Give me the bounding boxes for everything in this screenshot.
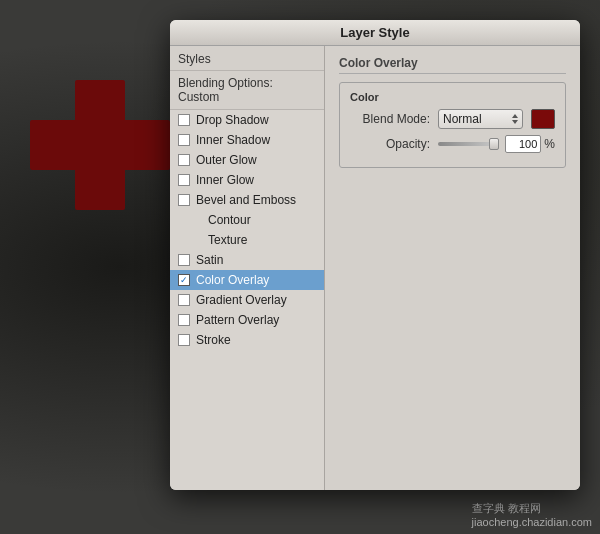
style-item-label-pattern-overlay: Pattern Overlay xyxy=(196,313,279,327)
color-section-label: Color xyxy=(350,91,555,103)
blend-mode-arrows xyxy=(512,114,518,124)
style-item-bevel-emboss[interactable]: Bevel and Emboss xyxy=(170,190,324,210)
opacity-input[interactable] xyxy=(505,135,541,153)
style-item-label-gradient-overlay: Gradient Overlay xyxy=(196,293,287,307)
dialog-body: Styles Blending Options: Custom Drop Sha… xyxy=(170,46,580,490)
style-item-inner-shadow[interactable]: Inner Shadow xyxy=(170,130,324,150)
blend-mode-row: Blend Mode: Normal xyxy=(350,109,555,129)
style-item-label-contour: Contour xyxy=(208,213,251,227)
style-item-label-drop-shadow: Drop Shadow xyxy=(196,113,269,127)
arrow-down-icon xyxy=(512,120,518,124)
style-item-texture[interactable]: Texture xyxy=(170,230,324,250)
opacity-row: Opacity: % xyxy=(350,135,555,153)
style-item-label-satin: Satin xyxy=(196,253,223,267)
checkbox-inner-glow[interactable] xyxy=(178,174,190,186)
style-item-gradient-overlay[interactable]: Gradient Overlay xyxy=(170,290,324,310)
checkbox-stroke[interactable] xyxy=(178,334,190,346)
style-item-drop-shadow[interactable]: Drop Shadow xyxy=(170,110,324,130)
checkbox-satin[interactable] xyxy=(178,254,190,266)
color-overlay-section-title: Color Overlay xyxy=(339,56,566,74)
cross-horizontal xyxy=(30,120,170,170)
checkbox-inner-shadow[interactable] xyxy=(178,134,190,146)
opacity-slider-thumb[interactable] xyxy=(489,138,499,150)
opacity-label: Opacity: xyxy=(350,137,430,151)
checkbox-outer-glow[interactable] xyxy=(178,154,190,166)
opacity-slider-track[interactable] xyxy=(438,142,499,146)
checkbox-bevel-emboss[interactable] xyxy=(178,194,190,206)
blend-mode-value: Normal xyxy=(443,112,482,126)
checkbox-gradient-overlay[interactable] xyxy=(178,294,190,306)
style-item-inner-glow[interactable]: Inner Glow xyxy=(170,170,324,190)
blend-mode-label: Blend Mode: xyxy=(350,112,430,126)
styles-header[interactable]: Styles xyxy=(170,46,324,71)
style-item-label-bevel-emboss: Bevel and Emboss xyxy=(196,193,296,207)
checkbox-color-overlay[interactable] xyxy=(178,274,190,286)
style-item-outer-glow[interactable]: Outer Glow xyxy=(170,150,324,170)
style-item-label-color-overlay: Color Overlay xyxy=(196,273,269,287)
style-item-satin[interactable]: Satin xyxy=(170,250,324,270)
opacity-percent-label: % xyxy=(544,137,555,151)
color-swatch[interactable] xyxy=(531,109,555,129)
color-section-box: Color Blend Mode: Normal xyxy=(339,82,566,168)
title-bar: Layer Style xyxy=(170,20,580,46)
layer-style-dialog: Layer Style Styles Blending Options: Cus… xyxy=(170,20,580,490)
style-items-list: Drop ShadowInner ShadowOuter GlowInner G… xyxy=(170,110,324,350)
watermark: 查字典 教程网 jiaocheng.chazidian.com xyxy=(472,501,592,528)
style-item-pattern-overlay[interactable]: Pattern Overlay xyxy=(170,310,324,330)
checkbox-pattern-overlay[interactable] xyxy=(178,314,190,326)
style-item-label-outer-glow: Outer Glow xyxy=(196,153,257,167)
style-item-stroke[interactable]: Stroke xyxy=(170,330,324,350)
blending-options-item[interactable]: Blending Options: Custom xyxy=(170,71,324,110)
checkbox-drop-shadow[interactable] xyxy=(178,114,190,126)
style-item-label-stroke: Stroke xyxy=(196,333,231,347)
settings-panel: Color Overlay Color Blend Mode: Normal xyxy=(325,46,580,490)
styles-panel: Styles Blending Options: Custom Drop Sha… xyxy=(170,46,325,490)
style-item-label-inner-shadow: Inner Shadow xyxy=(196,133,270,147)
dialog-title: Layer Style xyxy=(340,25,409,40)
style-item-color-overlay[interactable]: Color Overlay xyxy=(170,270,324,290)
style-item-contour[interactable]: Contour xyxy=(170,210,324,230)
blend-mode-select[interactable]: Normal xyxy=(438,109,523,129)
style-item-label-texture: Texture xyxy=(208,233,247,247)
arrow-up-icon xyxy=(512,114,518,118)
style-item-label-inner-glow: Inner Glow xyxy=(196,173,254,187)
red-cross xyxy=(30,80,170,230)
